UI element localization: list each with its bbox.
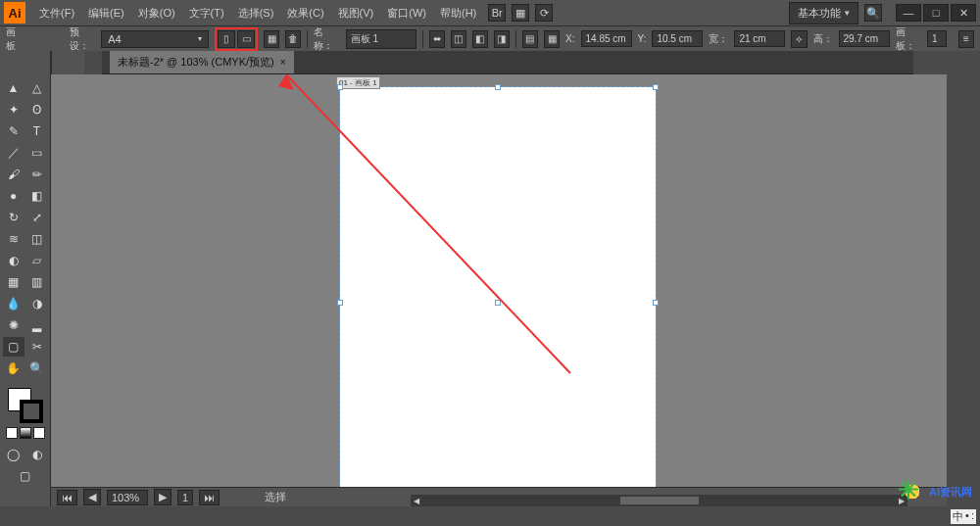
perspective-tool[interactable]: ▱ bbox=[26, 251, 48, 270]
width-tool[interactable]: ≋ bbox=[3, 229, 24, 249]
scale-tool[interactable]: ⤢ bbox=[26, 208, 48, 227]
y-input[interactable]: 10.5 cm bbox=[652, 30, 703, 47]
handle-ne[interactable] bbox=[653, 84, 659, 90]
portrait-orientation-button[interactable]: ▯ bbox=[218, 30, 235, 48]
watermark: AI资讯网 bbox=[900, 479, 972, 504]
menu-select[interactable]: 选择(S) bbox=[232, 2, 280, 24]
doc-statusbar: ⏮ ◀ 103% ▶ 1 ⏭ 选择 ◀ ▶ bbox=[51, 487, 947, 506]
gradient-mode-icon[interactable] bbox=[20, 427, 31, 439]
window-close-button[interactable]: ✕ bbox=[951, 4, 976, 22]
blob-brush-tool[interactable]: ● bbox=[3, 186, 24, 206]
color-mode-icon[interactable] bbox=[6, 427, 18, 439]
handle-w[interactable] bbox=[337, 300, 343, 306]
artboard-name-input[interactable]: 画板 1 bbox=[346, 29, 416, 49]
window-maximize-button[interactable]: □ bbox=[923, 4, 949, 22]
zoom-tool[interactable]: 🔍 bbox=[26, 359, 48, 378]
line-tool[interactable]: ／ bbox=[3, 143, 24, 163]
hand-tool[interactable]: ✋ bbox=[3, 359, 24, 378]
artboard-mode-label: 画板 bbox=[6, 25, 24, 53]
draw-behind-icon[interactable]: ◐ bbox=[26, 445, 48, 464]
none-mode-icon[interactable] bbox=[33, 427, 45, 439]
magic-wand-tool[interactable]: ✦ bbox=[3, 100, 24, 120]
arrange-docs-icon[interactable]: ▦ bbox=[512, 4, 529, 22]
shape-builder-tool[interactable]: ◐ bbox=[3, 251, 24, 270]
pen-tool[interactable]: ✎ bbox=[3, 121, 24, 141]
horizontal-scrollbar[interactable]: ◀ ▶ bbox=[411, 495, 907, 506]
menu-object[interactable]: 对象(O) bbox=[132, 2, 181, 24]
draw-normal-icon[interactable]: ◯ bbox=[3, 445, 24, 464]
zoom-select[interactable]: 103% bbox=[107, 490, 148, 505]
menu-edit[interactable]: 编辑(E) bbox=[82, 2, 130, 24]
eyedropper-tool[interactable]: 💧 bbox=[3, 294, 24, 313]
bridge-icon[interactable]: Br bbox=[488, 4, 506, 22]
delete-artboard-button[interactable]: 🗑 bbox=[285, 30, 301, 48]
link-wh-icon[interactable]: ⟡ bbox=[791, 30, 807, 48]
selection-tool[interactable]: ▲ bbox=[3, 78, 24, 98]
free-transform-tool[interactable]: ◫ bbox=[26, 229, 48, 249]
slice-tool[interactable]: ✂ bbox=[26, 337, 48, 357]
workspace-switcher[interactable]: 基本功能 bbox=[789, 2, 858, 24]
tools-panel: ▲△ ✦ʘ ✎T ／▭ 🖌✏ ●◧ ↻⤢ ≋◫ ◐▱ ▦▥ 💧◑ ✺▂ ▢✂ ✋… bbox=[0, 51, 51, 506]
menu-window[interactable]: 窗口(W) bbox=[381, 2, 432, 24]
menu-view[interactable]: 视图(V) bbox=[332, 2, 380, 24]
artboard-tool[interactable]: ▢ bbox=[3, 337, 24, 357]
document-tab-title: 未标题-2* @ 103% (CMYK/预览) bbox=[118, 55, 274, 70]
menu-effect[interactable]: 效果(C) bbox=[281, 2, 329, 24]
rotate-tool[interactable]: ↻ bbox=[3, 208, 24, 227]
type-tool[interactable]: T bbox=[26, 121, 48, 141]
artboard-nav-input[interactable]: 1 bbox=[177, 490, 193, 505]
next-artboard-button[interactable]: ▶ bbox=[154, 489, 172, 505]
paintbrush-tool[interactable]: 🖌 bbox=[3, 165, 24, 184]
align-icon-1[interactable]: ◫ bbox=[451, 30, 466, 48]
preset-select[interactable]: A4 bbox=[101, 30, 209, 48]
handle-center[interactable] bbox=[495, 300, 501, 306]
annotation-highlight: ▯ ▭ bbox=[215, 27, 258, 51]
direct-selection-tool[interactable]: △ bbox=[26, 78, 48, 98]
lasso-tool[interactable]: ʘ bbox=[26, 100, 48, 120]
stroke-color-swatch[interactable] bbox=[20, 400, 43, 423]
close-tab-icon[interactable]: × bbox=[280, 57, 286, 68]
document-tabs: 未标题-2* @ 103% (CMYK/预览) × bbox=[102, 51, 913, 74]
scroll-thumb[interactable] bbox=[620, 497, 699, 504]
align-icon-3[interactable]: ◨ bbox=[494, 30, 510, 48]
gradient-tool[interactable]: ▥ bbox=[26, 272, 48, 292]
prev-artboard-button[interactable]: ◀ bbox=[83, 489, 101, 505]
last-artboard-button[interactable]: ⏭ bbox=[199, 490, 220, 505]
document-tab[interactable]: 未标题-2* @ 103% (CMYK/预览) × bbox=[110, 51, 294, 73]
landscape-orientation-button[interactable]: ▭ bbox=[237, 30, 255, 48]
artboards-count-label: 画板： bbox=[896, 25, 921, 53]
w-input[interactable]: 21 cm bbox=[734, 30, 785, 47]
x-label: X: bbox=[565, 33, 574, 44]
reference-point-icon[interactable]: ▦ bbox=[544, 30, 560, 48]
handle-nw[interactable] bbox=[337, 84, 343, 90]
window-minimize-button[interactable]: — bbox=[896, 4, 921, 22]
graph-tool[interactable]: ▂ bbox=[26, 315, 48, 335]
align-icon-2[interactable]: ◧ bbox=[472, 30, 488, 48]
options-icon[interactable]: ▤ bbox=[522, 30, 538, 48]
handle-n[interactable] bbox=[495, 84, 501, 90]
panel-menu-icon[interactable]: ≡ bbox=[958, 30, 974, 48]
menu-type[interactable]: 文字(T) bbox=[183, 2, 230, 24]
y-label: Y: bbox=[638, 33, 647, 44]
first-artboard-button[interactable]: ⏮ bbox=[57, 490, 77, 505]
symbol-sprayer-tool[interactable]: ✺ bbox=[3, 315, 24, 335]
scroll-left-icon[interactable]: ◀ bbox=[411, 497, 422, 505]
h-input[interactable]: 29.7 cm bbox=[839, 30, 890, 47]
menu-help[interactable]: 帮助(H) bbox=[434, 2, 482, 24]
blend-tool[interactable]: ◑ bbox=[26, 294, 48, 313]
search-icon[interactable]: 🔍 bbox=[864, 4, 882, 22]
pencil-tool[interactable]: ✏ bbox=[26, 165, 48, 184]
screen-mode-icon[interactable]: ▢ bbox=[15, 466, 36, 486]
move-artwork-icon[interactable]: ⬌ bbox=[429, 30, 445, 48]
fill-stroke-swatch[interactable] bbox=[8, 388, 43, 423]
rectangle-tool[interactable]: ▭ bbox=[26, 143, 48, 163]
handle-e[interactable] bbox=[653, 300, 659, 306]
menu-file[interactable]: 文件(F) bbox=[33, 2, 80, 24]
x-input[interactable]: 14.85 cm bbox=[581, 30, 632, 47]
artboard[interactable]: 01 - 画板 1 bbox=[340, 87, 656, 506]
mesh-tool[interactable]: ▦ bbox=[3, 272, 24, 292]
canvas[interactable]: 01 - 画板 1 ⏮ ◀ 103% ▶ 1 ⏭ 选择 ◀ ▶ bbox=[51, 74, 947, 506]
gpu-icon[interactable]: ⟳ bbox=[535, 4, 553, 22]
eraser-tool[interactable]: ◧ bbox=[26, 186, 48, 206]
new-artboard-button[interactable]: ▦ bbox=[264, 30, 279, 48]
